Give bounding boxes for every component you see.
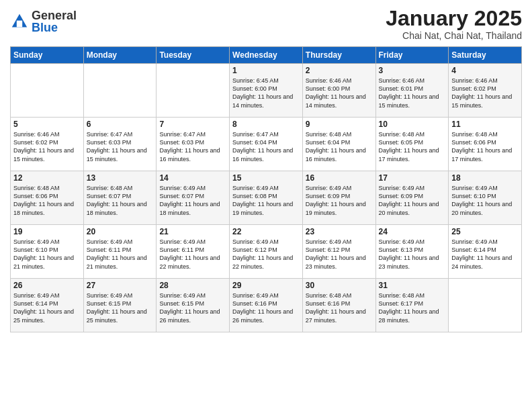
day-number: 9 — [306, 120, 373, 129]
day-number: 19 — [13, 227, 81, 236]
cell-text: Sunrise: 6:49 AMSunset: 6:15 PMDaylight:… — [87, 291, 154, 324]
cell-text: Sunrise: 6:48 AMSunset: 6:04 PMDaylight:… — [306, 130, 373, 163]
calendar-week-3: 12Sunrise: 6:48 AMSunset: 6:06 PMDayligh… — [11, 171, 522, 225]
calendar-cell: 21Sunrise: 6:49 AMSunset: 6:11 PMDayligh… — [157, 225, 230, 279]
day-number: 14 — [159, 173, 226, 183]
day-number: 2 — [306, 66, 373, 75]
cell-text: Sunrise: 6:46 AMSunset: 6:00 PMDaylight:… — [306, 77, 373, 109]
calendar-cell: 31Sunrise: 6:48 AMSunset: 6:17 PMDayligh… — [375, 279, 449, 332]
day-number: 1 — [232, 66, 300, 75]
day-number: 25 — [451, 227, 519, 236]
cell-text: Sunrise: 6:46 AMSunset: 6:02 PMDaylight:… — [13, 130, 81, 163]
cell-text: Sunrise: 6:48 AMSunset: 6:16 PMDaylight:… — [306, 291, 373, 324]
cell-text: Sunrise: 6:47 AMSunset: 6:03 PMDaylight:… — [159, 130, 226, 163]
day-number: 15 — [232, 173, 300, 183]
day-number: 8 — [232, 120, 300, 129]
calendar-cell: 20Sunrise: 6:49 AMSunset: 6:11 PMDayligh… — [83, 225, 157, 279]
calendar-cell: 2Sunrise: 6:46 AMSunset: 6:00 PMDaylight… — [302, 64, 375, 118]
cell-text: Sunrise: 6:49 AMSunset: 6:10 PMDaylight:… — [13, 238, 81, 271]
day-number: 31 — [379, 281, 446, 290]
page: General Blue January 2025 Chai Nat, Chai… — [0, 0, 532, 411]
calendar-cell: 11Sunrise: 6:48 AMSunset: 6:06 PMDayligh… — [449, 118, 522, 171]
calendar-week-5: 26Sunrise: 6:49 AMSunset: 6:14 PMDayligh… — [11, 279, 522, 332]
calendar-cell: 1Sunrise: 6:45 AMSunset: 6:00 PMDaylight… — [230, 64, 303, 118]
logo: General Blue — [10, 9, 77, 34]
calendar-cell: 15Sunrise: 6:49 AMSunset: 6:08 PMDayligh… — [230, 171, 303, 225]
cell-text: Sunrise: 6:49 AMSunset: 6:09 PMDaylight:… — [379, 184, 446, 217]
day-number: 12 — [13, 173, 81, 183]
location: Chai Nat, Chai Nat, Thailand — [386, 30, 522, 41]
day-number: 16 — [306, 173, 373, 183]
logo-icon — [10, 12, 29, 31]
calendar-cell: 17Sunrise: 6:49 AMSunset: 6:09 PMDayligh… — [375, 171, 449, 225]
day-number: 24 — [379, 227, 446, 236]
cell-text: Sunrise: 6:49 AMSunset: 6:13 PMDaylight:… — [379, 238, 446, 271]
col-header-wednesday: Wednesday — [230, 47, 303, 64]
col-header-tuesday: Tuesday — [157, 47, 230, 64]
cell-text: Sunrise: 6:46 AMSunset: 6:02 PMDaylight:… — [451, 77, 519, 109]
calendar-cell: 5Sunrise: 6:46 AMSunset: 6:02 PMDaylight… — [11, 118, 84, 171]
calendar-cell: 6Sunrise: 6:47 AMSunset: 6:03 PMDaylight… — [83, 118, 157, 171]
calendar-cell: 9Sunrise: 6:48 AMSunset: 6:04 PMDaylight… — [302, 118, 375, 171]
calendar-cell: 28Sunrise: 6:49 AMSunset: 6:15 PMDayligh… — [157, 279, 230, 332]
cell-text: Sunrise: 6:49 AMSunset: 6:12 PMDaylight:… — [306, 238, 373, 271]
calendar-cell: 23Sunrise: 6:49 AMSunset: 6:12 PMDayligh… — [302, 225, 375, 279]
calendar-cell: 27Sunrise: 6:49 AMSunset: 6:15 PMDayligh… — [83, 279, 157, 332]
title-block: January 2025 Chai Nat, Chai Nat, Thailan… — [386, 7, 522, 41]
calendar-cell: 3Sunrise: 6:46 AMSunset: 6:01 PMDaylight… — [375, 64, 449, 118]
cell-text: Sunrise: 6:49 AMSunset: 6:07 PMDaylight:… — [159, 184, 226, 217]
calendar-cell: 30Sunrise: 6:48 AMSunset: 6:16 PMDayligh… — [302, 279, 375, 332]
day-number: 26 — [13, 281, 81, 290]
day-number: 30 — [306, 281, 373, 290]
cell-text: Sunrise: 6:49 AMSunset: 6:09 PMDaylight:… — [306, 184, 373, 217]
day-number: 21 — [159, 227, 226, 236]
logo-text: General Blue — [32, 9, 77, 34]
calendar-cell — [157, 64, 230, 118]
calendar-week-2: 5Sunrise: 6:46 AMSunset: 6:02 PMDaylight… — [11, 118, 522, 171]
calendar-cell — [11, 64, 84, 118]
calendar-cell: 22Sunrise: 6:49 AMSunset: 6:12 PMDayligh… — [230, 225, 303, 279]
day-number: 28 — [159, 281, 226, 290]
col-header-sunday: Sunday — [11, 47, 84, 64]
calendar-cell: 25Sunrise: 6:49 AMSunset: 6:14 PMDayligh… — [449, 225, 522, 279]
cell-text: Sunrise: 6:48 AMSunset: 6:06 PMDaylight:… — [451, 130, 519, 163]
cell-text: Sunrise: 6:49 AMSunset: 6:14 PMDaylight:… — [13, 291, 81, 324]
svg-rect-1 — [17, 21, 22, 28]
month-year: January 2025 — [386, 7, 522, 30]
cell-text: Sunrise: 6:49 AMSunset: 6:08 PMDaylight:… — [232, 184, 300, 217]
calendar-cell: 14Sunrise: 6:49 AMSunset: 6:07 PMDayligh… — [157, 171, 230, 225]
calendar-cell: 18Sunrise: 6:49 AMSunset: 6:10 PMDayligh… — [449, 171, 522, 225]
cell-text: Sunrise: 6:49 AMSunset: 6:11 PMDaylight:… — [87, 238, 154, 271]
day-number: 13 — [87, 173, 154, 183]
day-number: 10 — [379, 120, 446, 129]
cell-text: Sunrise: 6:48 AMSunset: 6:07 PMDaylight:… — [87, 184, 154, 217]
day-number: 7 — [159, 120, 226, 129]
calendar-cell: 4Sunrise: 6:46 AMSunset: 6:02 PMDaylight… — [449, 64, 522, 118]
cell-text: Sunrise: 6:49 AMSunset: 6:10 PMDaylight:… — [451, 184, 519, 217]
cell-text: Sunrise: 6:49 AMSunset: 6:16 PMDaylight:… — [232, 291, 300, 324]
cell-text: Sunrise: 6:48 AMSunset: 6:05 PMDaylight:… — [379, 130, 446, 163]
day-number: 27 — [87, 281, 154, 290]
calendar-cell: 16Sunrise: 6:49 AMSunset: 6:09 PMDayligh… — [302, 171, 375, 225]
col-header-friday: Friday — [375, 47, 449, 64]
day-number: 4 — [451, 66, 519, 75]
cell-text: Sunrise: 6:49 AMSunset: 6:15 PMDaylight:… — [159, 291, 226, 324]
calendar-cell: 26Sunrise: 6:49 AMSunset: 6:14 PMDayligh… — [11, 279, 84, 332]
day-number: 20 — [87, 227, 154, 236]
calendar: SundayMondayTuesdayWednesdayThursdayFrid… — [10, 46, 522, 332]
cell-text: Sunrise: 6:47 AMSunset: 6:04 PMDaylight:… — [232, 130, 300, 163]
logo-blue-text: Blue — [32, 21, 77, 34]
calendar-cell — [449, 279, 522, 332]
cell-text: Sunrise: 6:49 AMSunset: 6:12 PMDaylight:… — [232, 238, 300, 271]
logo-general-text: General — [32, 9, 77, 21]
cell-text: Sunrise: 6:49 AMSunset: 6:11 PMDaylight:… — [159, 238, 226, 271]
day-number: 18 — [451, 173, 519, 183]
calendar-cell: 8Sunrise: 6:47 AMSunset: 6:04 PMDaylight… — [230, 118, 303, 171]
day-number: 6 — [87, 120, 154, 129]
calendar-cell: 24Sunrise: 6:49 AMSunset: 6:13 PMDayligh… — [375, 225, 449, 279]
col-header-saturday: Saturday — [449, 47, 522, 64]
cell-text: Sunrise: 6:49 AMSunset: 6:14 PMDaylight:… — [451, 238, 519, 271]
col-header-thursday: Thursday — [302, 47, 375, 64]
day-number: 17 — [379, 173, 446, 183]
calendar-week-4: 19Sunrise: 6:49 AMSunset: 6:10 PMDayligh… — [11, 225, 522, 279]
